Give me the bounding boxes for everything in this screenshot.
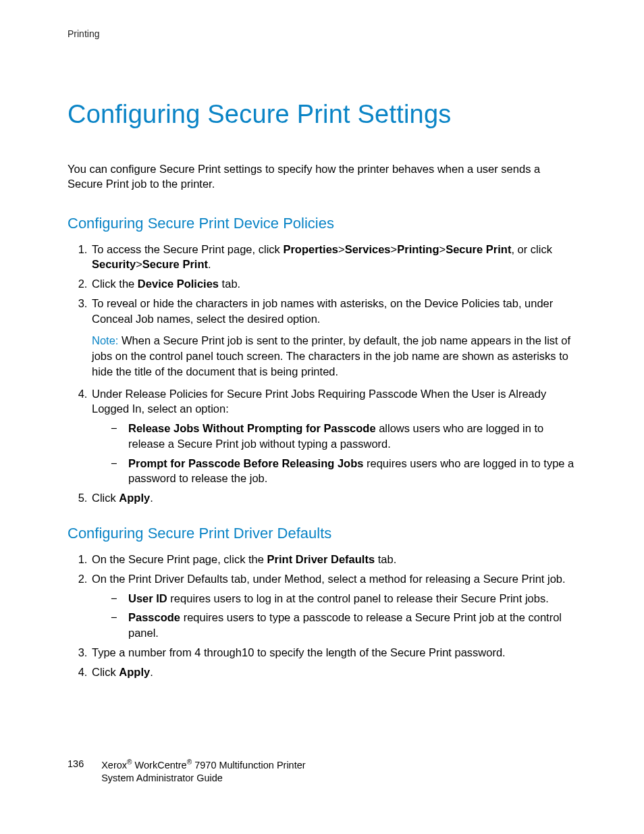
section-heading-driver-defaults: Configuring Secure Print Driver Defaults	[68, 525, 576, 542]
note-label: Note:	[92, 334, 118, 346]
step-item: To reveal or hide the characters in job …	[90, 296, 576, 380]
option-text: requires users to log in at the control …	[167, 592, 549, 604]
step-text: On the Secure Print page, click the	[92, 553, 267, 565]
publication-info: Xerox® WorkCentre® 7970 Multifunction Pr…	[101, 758, 305, 785]
model-name: 7970 Multifunction Printer	[192, 760, 305, 771]
step-text: Click the	[92, 278, 138, 290]
option-bold: Passcode	[128, 611, 180, 623]
step-text: To reveal or hide the characters in job …	[92, 297, 553, 325]
separator: >	[439, 243, 446, 255]
step-text: Click	[92, 666, 119, 678]
brand-name: Xerox	[101, 760, 127, 771]
step-text: On the Print Driver Defaults tab, under …	[92, 573, 566, 585]
ui-label-bold: Apply	[119, 666, 150, 678]
option-bold: Prompt for Passcode Before Releasing Job…	[128, 457, 363, 469]
ui-path-bold: Secure Print	[142, 258, 208, 270]
step-text: .	[150, 492, 153, 504]
page-footer: 136 Xerox® WorkCentre® 7970 Multifunctio…	[68, 758, 306, 785]
steps-list-device-policies: To access the Secure Print page, click P…	[68, 242, 576, 506]
product-name: WorkCentre	[132, 760, 187, 771]
option-item: Prompt for Passcode Before Releasing Job…	[111, 456, 576, 487]
ui-path-bold: Services	[345, 243, 391, 255]
section-heading-device-policies: Configuring Secure Print Device Policies	[68, 215, 576, 232]
step-item: Under Release Policies for Secure Print …	[90, 386, 576, 487]
separator: >	[338, 243, 345, 255]
ui-label-bold: Print Driver Defaults	[267, 553, 375, 565]
option-list: User ID requires users to log in at the …	[92, 591, 576, 641]
step-item: Type a number from 4 through10 to specif…	[90, 645, 576, 660]
step-text: tab.	[375, 553, 396, 565]
option-text: requires users to type a passcode to rel…	[128, 611, 562, 639]
step-text: .	[208, 258, 211, 270]
option-item: Release Jobs Without Prompting for Passc…	[111, 421, 576, 452]
step-item: Click the Device Policies tab.	[90, 276, 576, 292]
ui-path-bold: Printing	[397, 243, 439, 255]
option-item: User ID requires users to log in at the …	[111, 591, 576, 606]
note-text: When a Secure Print job is sent to the p…	[92, 334, 570, 377]
running-header: Printing	[68, 28, 576, 39]
option-bold: User ID	[128, 592, 167, 604]
note-block: Note: When a Secure Print job is sent to…	[92, 333, 576, 379]
option-item: Passcode requires users to type a passco…	[111, 610, 576, 641]
option-list: Release Jobs Without Prompting for Passc…	[92, 421, 576, 486]
step-item: On the Print Driver Defaults tab, under …	[90, 571, 576, 641]
registered-icon: ®	[127, 758, 132, 766]
ui-label-bold: Device Policies	[138, 278, 219, 290]
option-bold: Release Jobs Without Prompting for Passc…	[128, 422, 376, 434]
ui-path-bold: Security	[92, 258, 136, 270]
page-title: Configuring Secure Print Settings	[68, 100, 576, 129]
step-item: Click Apply.	[90, 664, 576, 680]
separator: >	[391, 243, 398, 255]
step-text: Click	[92, 492, 119, 504]
ui-path-bold: Properties	[283, 243, 338, 255]
intro-paragraph: You can configure Secure Print settings …	[68, 161, 576, 192]
page-number: 136	[68, 758, 84, 771]
document-page: Printing Configuring Secure Print Settin…	[0, 0, 644, 679]
steps-list-driver-defaults: On the Secure Print page, click the Prin…	[68, 552, 576, 679]
step-text: Under Release Policies for Secure Print …	[92, 388, 546, 415]
step-item: To access the Secure Print page, click P…	[90, 242, 576, 273]
step-text: .	[150, 666, 153, 678]
step-text: tab.	[219, 278, 240, 290]
separator: >	[136, 258, 142, 270]
guide-name: System Administrator Guide	[101, 773, 223, 783]
ui-label-bold: Apply	[119, 492, 150, 504]
ui-path-bold: Secure Print	[446, 243, 511, 255]
step-text: Type a number from 4 through10 to specif…	[92, 646, 506, 658]
step-item: On the Secure Print page, click the Prin…	[90, 552, 576, 567]
step-text: To access the Secure Print page, click	[92, 243, 283, 255]
step-text: , or click	[511, 243, 552, 255]
step-item: Click Apply.	[90, 490, 576, 506]
